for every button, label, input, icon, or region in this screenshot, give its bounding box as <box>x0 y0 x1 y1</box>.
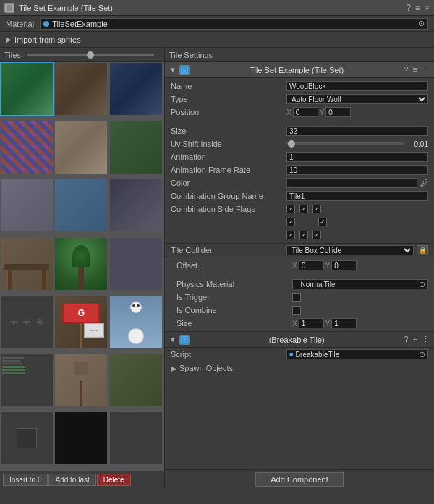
combination-group-name-input[interactable] <box>286 191 428 201</box>
tile-cell[interactable]: G --- --- <box>55 296 107 348</box>
tile-cell[interactable] <box>55 63 107 115</box>
collider-size-x-input[interactable] <box>299 318 324 328</box>
animation-frame-rate-input[interactable] <box>286 165 428 175</box>
component-settings-icon[interactable]: ≡ <box>413 65 417 74</box>
tile-cell[interactable] <box>1 354 53 406</box>
tile-cell[interactable] <box>1 179 53 231</box>
combination-group-name-row: Combination Group Name <box>165 189 434 202</box>
uv-shift-slider[interactable] <box>286 142 404 145</box>
script-dot-icon: ■ <box>289 351 293 358</box>
lock-icon[interactable]: 🔒 <box>417 245 428 255</box>
is-combine-label: Is Combine <box>176 306 292 315</box>
breakable-help-icon[interactable]: ? <box>404 335 408 344</box>
help-icon[interactable]: ? <box>406 3 411 13</box>
tile-cell[interactable] <box>110 412 162 464</box>
tile-cell[interactable] <box>110 238 162 290</box>
bottom-bar: Insert to 0 Add to last Delete <box>0 471 164 488</box>
offset-x-label: X <box>292 262 297 270</box>
offset-value: X Y <box>292 260 428 270</box>
breakable-settings-icon[interactable]: ≡ <box>413 335 417 344</box>
offset-y-label: Y <box>326 262 331 270</box>
spawn-objects-row[interactable]: ▶ Spawn Objects <box>165 361 434 375</box>
uv-shift-row: Uv Shift Inside 0.01 <box>165 137 434 150</box>
breakable-tile-controls: ? ≡ ⋮ <box>404 335 430 344</box>
tiles-grid: + + + G --- --- <box>0 62 164 471</box>
animation-row: Animation <box>165 150 434 163</box>
type-label: Type <box>171 95 286 103</box>
delete-button[interactable]: Delete <box>97 474 131 486</box>
flag-checkbox-2[interactable] <box>299 205 308 213</box>
insert-button[interactable]: Insert to 0 <box>3 474 48 486</box>
tile-cell[interactable] <box>1 63 53 115</box>
svg-rect-5 <box>183 338 186 341</box>
flag-checkbox-7[interactable] <box>299 231 308 239</box>
collider-properties: Offset X Y Physics Material ↓ NormalTile… <box>165 257 434 332</box>
breakable-tile-header[interactable]: ▼ (Breakable Tile) ? ≡ ⋮ <box>165 332 434 348</box>
title-icon <box>4 3 14 13</box>
tile-cell[interactable] <box>1 238 53 290</box>
offset-y-input[interactable] <box>331 260 357 270</box>
tile-cell[interactable] <box>1 412 53 464</box>
tile-cell[interactable] <box>110 121 162 174</box>
material-arrow: ⊙ <box>418 19 425 28</box>
is-combine-checkbox[interactable] <box>292 306 301 315</box>
color-picker-icon[interactable]: 🖊 <box>420 179 428 187</box>
flag-checkbox-8[interactable] <box>312 231 321 239</box>
tile-cell[interactable] <box>55 412 107 464</box>
position-row: Position X Y <box>165 106 434 119</box>
tile-cell[interactable] <box>55 354 107 406</box>
tile-cell[interactable] <box>110 63 162 115</box>
flags-group <box>286 205 321 213</box>
settings-icon[interactable]: ≡ <box>415 3 420 13</box>
type-select[interactable]: Auto Floor Wolf <box>286 94 428 104</box>
add-component-button[interactable]: Add Component <box>255 472 344 487</box>
material-bar: Material TileSetExample ⊙ <box>0 16 434 32</box>
tile-cell[interactable]: + + + <box>1 296 53 348</box>
is-trigger-label: Is Trigger <box>176 293 292 302</box>
tile-cell[interactable] <box>1 121 53 174</box>
tile-cell[interactable] <box>55 238 107 290</box>
flag-checkbox-4[interactable] <box>286 218 295 226</box>
component-help-icon[interactable]: ? <box>404 65 408 74</box>
component-more-icon[interactable]: ⋮ <box>422 65 430 74</box>
name-input[interactable] <box>286 81 428 91</box>
add-to-last-button[interactable]: Add to last <box>48 474 95 486</box>
is-trigger-checkbox[interactable] <box>292 293 301 302</box>
import-arrow-icon: ▶ <box>6 35 12 43</box>
breakable-more-icon[interactable]: ⋮ <box>422 335 430 344</box>
tile-cell[interactable] <box>110 354 162 406</box>
collider-size-y-input[interactable] <box>331 318 357 328</box>
tile-collider-label: Tile Collider <box>171 246 286 255</box>
tile-cell[interactable] <box>55 179 107 231</box>
tile-cell[interactable] <box>55 121 107 174</box>
flag-checkbox-5[interactable] <box>318 218 327 226</box>
position-y-input[interactable] <box>326 107 351 117</box>
flag-checkbox-3[interactable] <box>312 205 321 213</box>
tiles-zoom-slider[interactable] <box>27 54 154 56</box>
physics-material-arrow: ⊙ <box>419 280 425 289</box>
script-field[interactable]: ■ BreakableTile ⊙ <box>286 349 428 359</box>
tile-cell[interactable] <box>110 179 162 231</box>
window-controls: ? ≡ × <box>406 3 430 13</box>
close-icon[interactable]: × <box>425 3 430 13</box>
physics-material-field[interactable]: ↓ NormalTile ⊙ <box>292 279 428 289</box>
collider-size-row: Size X Y <box>176 317 434 330</box>
tile-collider-select[interactable]: Tile Box Collide <box>286 245 414 255</box>
flag-checkbox-1[interactable] <box>286 205 295 213</box>
uv-shift-value: 0.01 <box>286 140 428 148</box>
flag-checkbox-6[interactable] <box>286 231 295 239</box>
svg-rect-3 <box>183 69 186 72</box>
offset-x-input[interactable] <box>299 260 324 270</box>
tile-cell[interactable] <box>110 296 162 348</box>
color-input[interactable] <box>286 178 417 188</box>
animation-input[interactable] <box>286 152 428 162</box>
tile-collider-value: Tile Box Collide 🔒 <box>286 245 428 255</box>
import-from-sprites-button[interactable]: ▶ Import from sprites <box>6 35 81 44</box>
collapse-arrow-icon[interactable]: ▼ <box>169 66 176 74</box>
position-label: Position <box>171 108 286 116</box>
material-label: Material <box>6 20 34 28</box>
position-x-input[interactable] <box>293 107 318 117</box>
offset-label: Offset <box>176 261 292 270</box>
size-input[interactable] <box>286 126 428 136</box>
material-field[interactable]: TileSetExample ⊙ <box>40 18 428 30</box>
